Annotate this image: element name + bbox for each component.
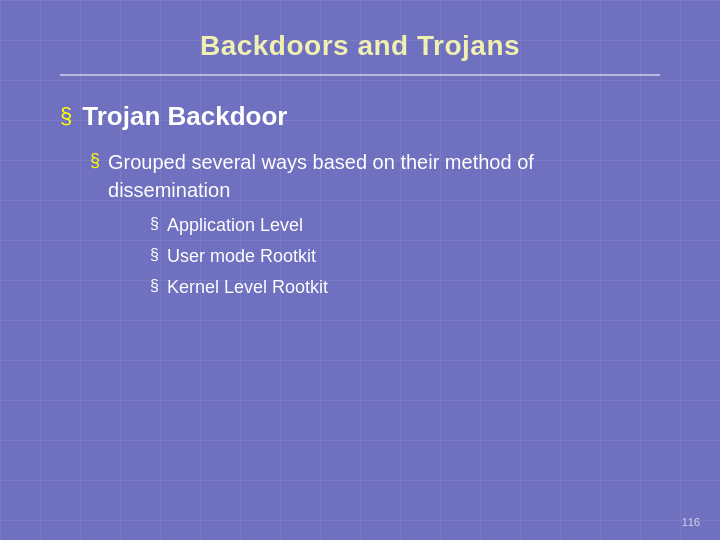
slide: Backdoors and Trojans § Trojan Backdoor …: [0, 0, 720, 540]
content-area: § Trojan Backdoor § Grouped several ways…: [60, 100, 660, 520]
bullet-l3-kernel: § Kernel Level Rootkit: [150, 274, 660, 301]
bullet-l3-2-marker: §: [150, 274, 159, 298]
bullet-l3-2-text: Kernel Level Rootkit: [167, 274, 328, 301]
title-bar: Backdoors and Trojans: [60, 30, 660, 76]
bullet-l3-usermode: § User mode Rootkit: [150, 243, 660, 270]
bullet-l1-marker: §: [60, 102, 72, 131]
bullet-l2-grouped: § Grouped several ways based on their me…: [90, 148, 660, 204]
sub-sub-items: § Application Level § User mode Rootkit …: [120, 212, 660, 301]
bullet-l3-0-marker: §: [150, 212, 159, 236]
slide-number: 116: [682, 516, 700, 528]
sub-items: § Grouped several ways based on their me…: [90, 148, 660, 301]
bullet-l1-text: Trojan Backdoor: [82, 100, 287, 134]
bullet-l2-text: Grouped several ways based on their meth…: [108, 148, 660, 204]
slide-title: Backdoors and Trojans: [200, 30, 520, 61]
bullet-l1-trojan: § Trojan Backdoor: [60, 100, 660, 134]
bullet-l3-1-marker: §: [150, 243, 159, 267]
bullet-l2-marker: §: [90, 148, 100, 173]
bullet-l3-1-text: User mode Rootkit: [167, 243, 316, 270]
bullet-l3-application: § Application Level: [150, 212, 660, 239]
bullet-l3-0-text: Application Level: [167, 212, 303, 239]
